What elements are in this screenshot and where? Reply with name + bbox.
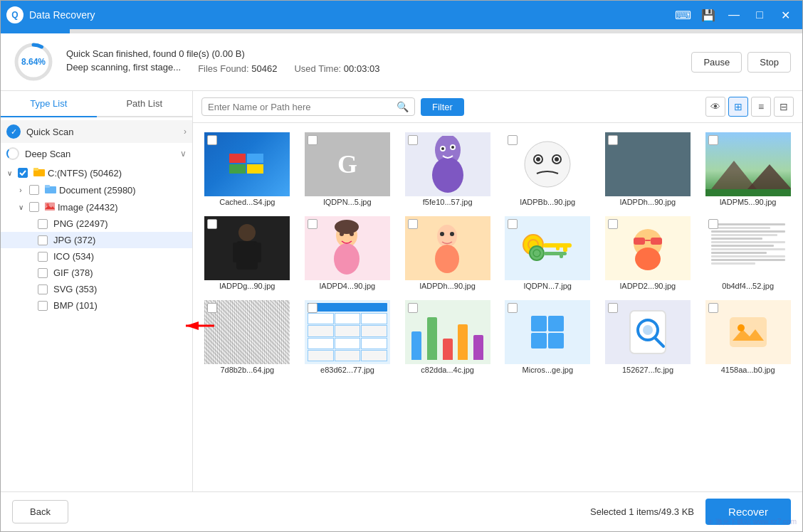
maximize-button[interactable]: □ [748,5,771,25]
thumb-7 [204,216,290,280]
file-item-13[interactable]: 7d8b2b...64.jpg [199,297,296,378]
file-item-10[interactable]: lQDPN...7.jpg [499,213,597,294]
file-item-17[interactable]: 152627...fc.jpg [599,297,697,378]
file-item-16[interactable]: Micros...ge.jpg [499,297,597,378]
tree-item-c-drive[interactable]: ∨ C:(NTFS) (50462) [1,164,192,181]
save-icon[interactable]: 💾 [697,5,720,25]
tree-item-png[interactable]: PNG (22497) [1,216,192,232]
grid-view-button[interactable]: ⊞ [728,97,748,117]
tab-type-list[interactable]: Type List [1,91,97,117]
tree-item-jpg[interactable]: JPG (372) [1,232,192,248]
thumb-3 [405,132,490,196]
scan-status-line1: Quick Scan finished, found 0 file(s) (0.… [66,48,680,59]
svg-rect-51 [651,238,662,245]
tree-item-document[interactable]: › Document (25980) [1,181,192,198]
svg-rect-9 [229,154,246,163]
file-checkbox-18[interactable] [708,303,718,313]
jpg-checkbox[interactable] [38,235,48,245]
file-item-1[interactable]: Cached...S4.jpg [199,129,296,210]
stop-button[interactable]: Stop [747,52,791,73]
quick-scan-chevron-icon: › [184,127,187,137]
file-item-4[interactable]: lADPBb...90.jpg [499,129,597,210]
view-controls: 👁 ⊞ ≡ ⊟ [705,97,794,117]
file-checkbox-11[interactable] [608,219,618,229]
file-item-11[interactable]: lADPD2...90.jpg [599,213,697,294]
minimize-button[interactable]: — [723,5,745,25]
eye-view-button[interactable]: 👁 [705,97,725,117]
file-checkbox-2[interactable] [308,135,317,145]
svg-checkbox[interactable] [38,284,48,294]
tree-item-svg[interactable]: SVG (353) [1,281,192,297]
file-checkbox-16[interactable] [508,303,518,313]
search-input[interactable] [208,102,397,112]
file-checkbox-10[interactable] [508,219,518,229]
tree-item-ico[interactable]: ICO (534) [1,248,192,265]
thumb-12 [705,216,791,280]
svg-rect-62 [730,318,766,346]
bottom-bar: Back Selected 1 items/49.3 KB Recover [1,491,802,531]
c-drive-checkbox[interactable] [18,168,28,178]
close-button[interactable]: ✕ [774,5,797,25]
file-checkbox-13[interactable] [207,303,217,313]
thumb-14 [305,300,390,364]
tree-item-bmp[interactable]: BMP (101) [1,297,192,314]
circular-progress: 8.64% [12,41,55,83]
image-checkbox[interactable] [29,202,39,212]
app-icon: Q [6,6,23,23]
file-checkbox-12[interactable] [708,219,718,229]
file-item-3[interactable]: f5fe10...57.jpg [399,129,496,210]
file-checkbox-8[interactable] [308,219,317,229]
png-checkbox[interactable] [38,219,48,229]
file-checkbox-14[interactable] [308,303,317,313]
used-time-value: 00:03:03 [344,63,380,74]
file-item-12[interactable]: 0b4df4...52.jpg [699,213,797,294]
tree-item-image[interactable]: ∨ Image (24432) [1,198,192,216]
file-item-14[interactable]: e83d62...77.jpg [299,297,397,378]
svg-rect-52 [645,240,651,241]
file-checkbox-3[interactable] [408,135,418,145]
file-item-15[interactable]: c82dda...4c.jpg [399,297,496,378]
document-checkbox[interactable] [29,185,39,195]
svg-rect-43 [563,243,567,252]
keyboard-icon[interactable]: ⌨ [671,5,694,25]
sidebar-item-deep-scan[interactable]: Deep Scan ∨ [1,143,192,164]
file-item-9[interactable]: lADPDh...90.jpg [399,213,496,294]
main-content: Type List Path List ✓ Quick Scan › Deep … [1,91,802,491]
file-item-6[interactable]: lADPM5...90.jpg [699,129,797,210]
file-name-16: Micros...ge.jpg [523,366,574,374]
tab-path-list[interactable]: Path List [97,91,193,117]
file-item-5[interactable]: lADPDh...90.jpg [599,129,697,210]
file-item-18[interactable]: 4158aa...b0.jpg [699,297,797,378]
pause-button[interactable]: Pause [691,52,742,73]
thumb-11 [605,216,691,280]
file-checkbox-6[interactable] [708,135,718,145]
file-item-8[interactable]: lADPD4...90.jpg [299,213,397,294]
svg-rect-56 [531,333,547,349]
file-item-2[interactable]: G lQDPN...5.jpg [299,129,397,210]
file-checkbox-4[interactable] [508,135,518,145]
file-name-11: lADPD2...90.jpg [620,282,676,290]
svg-point-17 [441,147,444,150]
file-checkbox-17[interactable] [608,303,618,313]
list-view-button[interactable]: ≡ [751,97,771,117]
back-button[interactable]: Back [12,500,68,523]
file-name-15: c82dda...4c.jpg [421,366,474,374]
detail-view-button[interactable]: ⊟ [774,97,794,117]
file-item-7[interactable]: lADPDg...90.jpg [199,213,296,294]
file-checkbox-1[interactable] [207,135,217,145]
file-checkbox-7[interactable] [207,219,217,229]
tree-item-gif[interactable]: GIF (378) [1,265,192,281]
gif-checkbox[interactable] [38,268,48,278]
svg-rect-10 [247,154,263,163]
ico-checkbox[interactable] [38,252,48,262]
file-name-7: lADPDg...90.jpg [219,282,275,290]
sidebar-item-quick-scan[interactable]: ✓ Quick Scan › [1,120,192,143]
file-checkbox-5[interactable] [608,135,618,145]
sidebar: Type List Path List ✓ Quick Scan › Deep … [1,91,193,491]
file-checkbox-15[interactable] [408,303,418,313]
search-box[interactable]: 🔍 [201,97,415,116]
file-checkbox-9[interactable] [408,219,418,229]
bmp-checkbox[interactable] [38,301,48,311]
svg-rect-29 [233,243,240,262]
filter-button[interactable]: Filter [421,98,464,116]
